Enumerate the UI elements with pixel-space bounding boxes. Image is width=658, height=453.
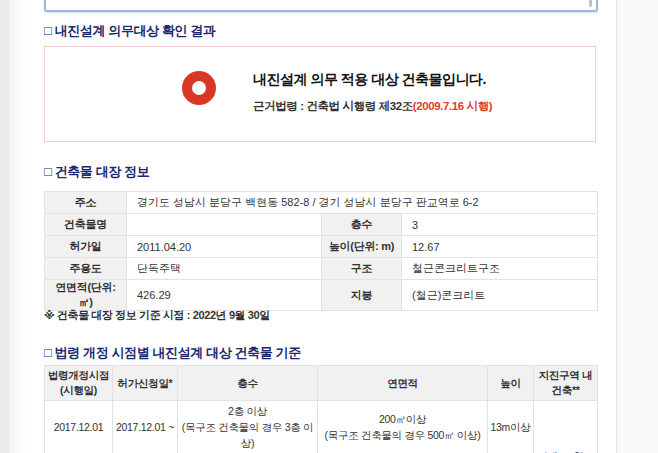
- building-info-table: 주소 경기도 성남시 분당구 백현동 582-8 / 경기 성남시 분당구 판교…: [44, 191, 598, 311]
- legal-basis-text: 근거법령 : 건축법 시행령 제32조: [253, 100, 413, 112]
- table-row: 건축물명 층수 3: [45, 214, 598, 236]
- building-info-note: ※ 건축물 대장 정보 기준 시점 : 2022년 9월 30일: [44, 308, 270, 323]
- cell-seismic-zone: 아래 표 참조: [534, 401, 598, 453]
- value-floors: 3: [402, 214, 598, 236]
- criteria-header-row: 법령개정시점 (시행일) 허가신청일* 층수 연면적 높이 지진구역 내 건축*…: [45, 366, 598, 401]
- section-heading-seismic-result: □ 내진설계 의무대상 확인 결과: [44, 22, 216, 40]
- label-permit-date: 허가일: [45, 236, 127, 258]
- result-title: 내진설계 의무 적용 대상 건축물입니다.: [253, 71, 486, 89]
- cell-floors: 2층 이상 (목구조 건축물의 경우 3층 이상): [178, 401, 318, 453]
- legal-basis-date: (2009.7.16 시행): [413, 100, 492, 112]
- header-permit-application: 허가신청일*: [113, 366, 178, 401]
- section-heading-criteria: □ 법령 개정 시점별 내진설계 대상 건축물 기준: [44, 344, 301, 362]
- value-building-name: [127, 214, 322, 236]
- value-main-use: 단독주택: [127, 258, 322, 280]
- label-height: 높이(단위: m): [322, 236, 402, 258]
- cell-revision-date: 2017.12.01: [45, 401, 113, 453]
- value-permit-date: 2011.04.20: [127, 236, 322, 258]
- table-row: 허가일 2011.04.20 높이(단위: m) 12.67: [45, 236, 598, 258]
- criteria-table: 법령개정시점 (시행일) 허가신청일* 층수 연면적 높이 지진구역 내 건축*…: [44, 365, 598, 453]
- cell-height: 13m이상: [488, 401, 534, 453]
- label-address: 주소: [45, 192, 127, 214]
- cell-total-area: 200㎡이상 (목구조 건축물의 경우 500㎡ 이상): [318, 401, 488, 453]
- header-seismic-zone: 지진구역 내 건축**: [534, 366, 598, 401]
- value-roof: (철근)콘크리트: [402, 280, 598, 311]
- value-total-area: 426.29: [127, 280, 322, 311]
- address-result-scrollbox[interactable]: [44, 0, 598, 12]
- table-row: 주용도 단독주택 구조 철근콘크리트구조: [45, 258, 598, 280]
- result-circle-icon: [182, 71, 216, 105]
- value-height: 12.67: [402, 236, 598, 258]
- label-building-name: 건축물명: [45, 214, 127, 236]
- page-right-gutter: [616, 0, 658, 453]
- page-left-gutter: [0, 0, 9, 453]
- legal-basis-line: 근거법령 : 건축법 시행령 제32조(2009.7.16 시행): [253, 99, 492, 114]
- label-structure: 구조: [322, 258, 402, 280]
- label-floors: 층수: [322, 214, 402, 236]
- seismic-result-box: 내진설계 의무 적용 대상 건축물입니다. 근거법령 : 건축법 시행령 제32…: [44, 46, 596, 142]
- header-floors: 층수: [178, 366, 318, 401]
- table-row-address: 주소 경기도 성남시 분당구 백현동 582-8 / 경기 성남시 분당구 판교…: [45, 192, 598, 214]
- header-height: 높이: [488, 366, 534, 401]
- label-total-area: 연면적(단위: ㎡): [45, 280, 127, 311]
- value-structure: 철근콘크리트구조: [402, 258, 598, 280]
- section-heading-building-info: □ 건축물 대장 정보: [44, 163, 149, 181]
- cell-permit-application: 2017.12.01 ~: [113, 401, 178, 453]
- header-total-area: 연면적: [318, 366, 488, 401]
- seismic-design-check-page: □ 내진설계 의무대상 확인 결과 내진설계 의무 적용 대상 건축물입니다. …: [0, 0, 658, 453]
- header-revision-date: 법령개정시점 (시행일): [45, 366, 113, 401]
- table-row: 연면적(단위: ㎡) 426.29 지붕 (철근)콘크리트: [45, 280, 598, 311]
- page-left-shadow: [9, 0, 28, 453]
- scrollbar-thumb[interactable]: [589, 0, 592, 7]
- label-main-use: 주용도: [45, 258, 127, 280]
- criteria-row: 2017.12.01 2017.12.01 ~ 2층 이상 (목구조 건축물의 …: [45, 401, 598, 453]
- value-address: 경기도 성남시 분당구 백현동 582-8 / 경기 성남시 분당구 판교역로 …: [127, 192, 598, 214]
- label-roof: 지붕: [322, 280, 402, 311]
